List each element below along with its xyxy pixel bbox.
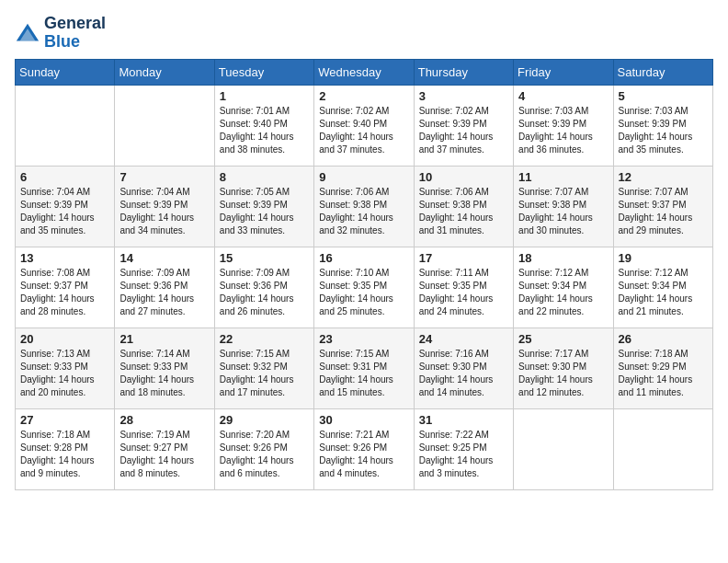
day-number: 28 <box>119 413 209 427</box>
day-number: 1 <box>220 89 309 103</box>
day-number: 4 <box>518 89 608 103</box>
weekday-header: Wednesday <box>314 59 414 85</box>
calendar-header-row: SundayMondayTuesdayWednesdayThursdayFrid… <box>16 59 713 85</box>
calendar-cell: 9 Sunrise: 7:06 AMSunset: 9:38 PMDayligh… <box>314 166 414 247</box>
day-detail: Sunrise: 7:17 AMSunset: 9:30 PMDaylight:… <box>518 349 593 397</box>
day-number: 17 <box>419 251 508 265</box>
day-number: 30 <box>319 413 408 427</box>
day-number: 22 <box>220 332 309 346</box>
day-number: 5 <box>619 89 708 103</box>
day-number: 8 <box>220 170 309 184</box>
calendar-cell: 21 Sunrise: 7:14 AMSunset: 9:33 PMDaylig… <box>115 327 214 408</box>
day-number: 26 <box>619 332 708 346</box>
calendar-cell: 4 Sunrise: 7:03 AMSunset: 9:39 PMDayligh… <box>514 85 613 166</box>
calendar-cell: 31 Sunrise: 7:22 AMSunset: 9:25 PMDaylig… <box>414 408 513 489</box>
day-detail: Sunrise: 7:09 AMSunset: 9:36 PMDaylight:… <box>119 268 194 316</box>
day-detail: Sunrise: 7:14 AMSunset: 9:33 PMDaylight:… <box>119 349 194 397</box>
day-number: 23 <box>319 332 408 346</box>
day-number: 12 <box>619 170 708 184</box>
day-detail: Sunrise: 7:01 AMSunset: 9:40 PMDaylight:… <box>220 106 294 155</box>
day-number: 9 <box>319 170 408 184</box>
day-detail: Sunrise: 7:19 AMSunset: 9:27 PMDaylight:… <box>119 430 194 478</box>
calendar-cell: 14 Sunrise: 7:09 AMSunset: 9:36 PMDaylig… <box>115 247 214 327</box>
day-detail: Sunrise: 7:20 AMSunset: 9:26 PMDaylight:… <box>220 430 294 478</box>
calendar-cell: 29 Sunrise: 7:20 AMSunset: 9:26 PMDaylig… <box>214 408 313 489</box>
calendar-cell: 19 Sunrise: 7:12 AMSunset: 9:34 PMDaylig… <box>613 247 712 327</box>
calendar-table: SundayMondayTuesdayWednesdayThursdayFrid… <box>15 59 713 490</box>
calendar-week-row: 13 Sunrise: 7:08 AMSunset: 9:37 PMDaylig… <box>16 247 713 327</box>
weekday-header: Sunday <box>16 59 115 85</box>
calendar-cell: 1 Sunrise: 7:01 AMSunset: 9:40 PMDayligh… <box>214 85 313 166</box>
day-number: 21 <box>119 332 209 346</box>
calendar-cell: 17 Sunrise: 7:11 AMSunset: 9:35 PMDaylig… <box>414 247 513 327</box>
day-detail: Sunrise: 7:21 AMSunset: 9:26 PMDaylight:… <box>319 430 393 478</box>
calendar-cell <box>16 85 115 166</box>
day-number: 7 <box>119 170 209 184</box>
calendar-cell: 27 Sunrise: 7:18 AMSunset: 9:28 PMDaylig… <box>16 408 115 489</box>
calendar-cell: 2 Sunrise: 7:02 AMSunset: 9:40 PMDayligh… <box>314 85 414 166</box>
day-detail: Sunrise: 7:22 AMSunset: 9:25 PMDaylight:… <box>419 430 494 478</box>
calendar-cell: 25 Sunrise: 7:17 AMSunset: 9:30 PMDaylig… <box>514 327 613 408</box>
weekday-header: Friday <box>514 59 613 85</box>
day-number: 14 <box>119 251 209 265</box>
calendar-cell: 8 Sunrise: 7:05 AMSunset: 9:39 PMDayligh… <box>214 166 313 247</box>
day-detail: Sunrise: 7:05 AMSunset: 9:39 PMDaylight:… <box>220 187 294 236</box>
logo-icon <box>15 20 40 46</box>
logo: General Blue <box>15 15 106 52</box>
day-number: 16 <box>319 251 408 265</box>
day-number: 29 <box>220 413 309 427</box>
calendar-week-row: 20 Sunrise: 7:13 AMSunset: 9:33 PMDaylig… <box>16 327 713 408</box>
day-number: 27 <box>20 413 109 427</box>
day-number: 10 <box>419 170 508 184</box>
day-detail: Sunrise: 7:13 AMSunset: 9:33 PMDaylight:… <box>20 349 95 397</box>
day-detail: Sunrise: 7:12 AMSunset: 9:34 PMDaylight:… <box>518 268 593 316</box>
day-number: 3 <box>419 89 508 103</box>
logo-text-general: General <box>44 15 106 33</box>
weekday-header: Tuesday <box>214 59 313 85</box>
day-detail: Sunrise: 7:09 AMSunset: 9:36 PMDaylight:… <box>220 268 294 316</box>
calendar-cell: 28 Sunrise: 7:19 AMSunset: 9:27 PMDaylig… <box>115 408 214 489</box>
calendar-cell: 3 Sunrise: 7:02 AMSunset: 9:39 PMDayligh… <box>414 85 513 166</box>
logo-text-blue: Blue <box>44 33 106 52</box>
calendar-cell: 7 Sunrise: 7:04 AMSunset: 9:39 PMDayligh… <box>115 166 214 247</box>
day-detail: Sunrise: 7:11 AMSunset: 9:35 PMDaylight:… <box>419 268 494 316</box>
calendar-cell: 13 Sunrise: 7:08 AMSunset: 9:37 PMDaylig… <box>16 247 115 327</box>
day-detail: Sunrise: 7:02 AMSunset: 9:40 PMDaylight:… <box>319 106 393 155</box>
day-detail: Sunrise: 7:03 AMSunset: 9:39 PMDaylight:… <box>619 106 693 155</box>
calendar-cell <box>613 408 712 489</box>
day-detail: Sunrise: 7:03 AMSunset: 9:39 PMDaylight:… <box>518 106 593 155</box>
weekday-header: Thursday <box>414 59 513 85</box>
day-detail: Sunrise: 7:07 AMSunset: 9:38 PMDaylight:… <box>518 187 593 236</box>
day-number: 11 <box>518 170 608 184</box>
day-detail: Sunrise: 7:15 AMSunset: 9:32 PMDaylight:… <box>220 349 294 397</box>
calendar-cell: 6 Sunrise: 7:04 AMSunset: 9:39 PMDayligh… <box>16 166 115 247</box>
day-detail: Sunrise: 7:07 AMSunset: 9:37 PMDaylight:… <box>619 187 693 236</box>
calendar-cell: 20 Sunrise: 7:13 AMSunset: 9:33 PMDaylig… <box>16 327 115 408</box>
page-header: General Blue <box>15 15 713 52</box>
day-detail: Sunrise: 7:16 AMSunset: 9:30 PMDaylight:… <box>419 349 494 397</box>
calendar-week-row: 27 Sunrise: 7:18 AMSunset: 9:28 PMDaylig… <box>16 408 713 489</box>
calendar-cell: 23 Sunrise: 7:15 AMSunset: 9:31 PMDaylig… <box>314 327 414 408</box>
weekday-header: Saturday <box>613 59 712 85</box>
day-number: 15 <box>220 251 309 265</box>
day-detail: Sunrise: 7:04 AMSunset: 9:39 PMDaylight:… <box>119 187 194 236</box>
calendar-cell: 30 Sunrise: 7:21 AMSunset: 9:26 PMDaylig… <box>314 408 414 489</box>
day-number: 31 <box>419 413 508 427</box>
calendar-cell <box>115 85 214 166</box>
day-number: 25 <box>518 332 608 346</box>
day-number: 20 <box>20 332 109 346</box>
day-number: 18 <box>518 251 608 265</box>
day-number: 6 <box>20 170 109 184</box>
day-detail: Sunrise: 7:08 AMSunset: 9:37 PMDaylight:… <box>20 268 95 316</box>
calendar-cell: 10 Sunrise: 7:06 AMSunset: 9:38 PMDaylig… <box>414 166 513 247</box>
day-detail: Sunrise: 7:10 AMSunset: 9:35 PMDaylight:… <box>319 268 393 316</box>
day-detail: Sunrise: 7:06 AMSunset: 9:38 PMDaylight:… <box>319 187 393 236</box>
calendar-cell: 12 Sunrise: 7:07 AMSunset: 9:37 PMDaylig… <box>613 166 712 247</box>
day-number: 24 <box>419 332 508 346</box>
calendar-cell: 26 Sunrise: 7:18 AMSunset: 9:29 PMDaylig… <box>613 327 712 408</box>
calendar-cell: 11 Sunrise: 7:07 AMSunset: 9:38 PMDaylig… <box>514 166 613 247</box>
calendar-cell: 15 Sunrise: 7:09 AMSunset: 9:36 PMDaylig… <box>214 247 313 327</box>
calendar-week-row: 1 Sunrise: 7:01 AMSunset: 9:40 PMDayligh… <box>16 85 713 166</box>
day-detail: Sunrise: 7:15 AMSunset: 9:31 PMDaylight:… <box>319 349 393 397</box>
calendar-week-row: 6 Sunrise: 7:04 AMSunset: 9:39 PMDayligh… <box>16 166 713 247</box>
